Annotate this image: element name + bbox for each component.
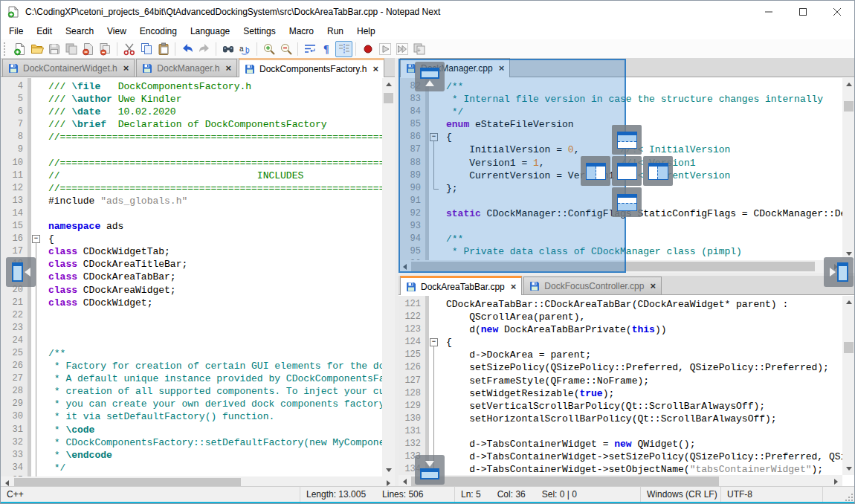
fold-marker[interactable]: −: [28, 233, 42, 245]
resize-grip[interactable]: [848, 497, 850, 498]
code-line[interactable]: 19class CDockAreaTabBar;: [1, 271, 382, 283]
word-wrap-icon[interactable]: [301, 41, 318, 57]
code-line[interactable]: 28 * creation of all supported component…: [1, 385, 382, 398]
code-line[interactable]: 25/**: [1, 347, 382, 360]
drop-indicator-container-bottom[interactable]: [415, 455, 445, 485]
maximize-button[interactable]: [786, 1, 820, 23]
zoom-out-icon[interactable]: [277, 41, 294, 57]
drop-indicator-area-top[interactable]: [612, 125, 642, 155]
close-tab-icon[interactable]: ×: [372, 65, 378, 73]
close-all-icon[interactable]: [97, 41, 114, 57]
tab-dockcontainerwidget-h[interactable]: DockContainerWidget.h ×: [2, 59, 135, 77]
vertical-scrollbar[interactable]: [842, 78, 855, 260]
code-line[interactable]: 129 setVerticalScrollBarPolicy(Qt::Scrol…: [399, 400, 842, 413]
code-line[interactable]: 7/// \brief Declaration of DockComponent…: [1, 118, 382, 131]
toolbar-grip[interactable]: [4, 42, 7, 56]
undo-icon[interactable]: [178, 41, 196, 57]
menu-run[interactable]: Run: [320, 24, 350, 39]
close-icon-toolbar[interactable]: [80, 41, 97, 57]
code-line[interactable]: 17class CDockWidgetTab;: [1, 245, 382, 258]
title-bar[interactable]: C:\CodingXP\cetoni_projects_64bit\QtAdva…: [1, 1, 854, 23]
close-tab-icon[interactable]: ×: [123, 65, 129, 72]
paste-icon[interactable]: [155, 41, 172, 57]
zoom-in-icon[interactable]: [260, 41, 277, 57]
menu-macro[interactable]: Macro: [283, 24, 320, 39]
close-tab-icon[interactable]: ×: [225, 65, 231, 72]
code-line[interactable]: 125 d->DockArea = parent;: [399, 349, 842, 361]
code-line[interactable]: 30 * it via setDefaultFactory() function…: [1, 410, 382, 423]
editor-dockcomponentsfactory[interactable]: 4/// \file DockComponentsFactory.h5/// \…: [1, 78, 382, 479]
code-line[interactable]: 132 d->TabsContainerWidget = new QWidget…: [399, 438, 842, 450]
save-all-icon[interactable]: [62, 41, 80, 57]
drop-indicator-container-left[interactable]: [6, 257, 36, 287]
save-icon[interactable]: [45, 41, 62, 57]
code-line[interactable]: 128 setWidgetResizable(true);: [399, 387, 842, 400]
menu-encoding[interactable]: Encoding: [133, 24, 184, 39]
macro-record-icon[interactable]: [359, 41, 376, 57]
menu-language[interactable]: Language: [184, 24, 236, 39]
find-icon[interactable]: [219, 41, 236, 57]
menu-help[interactable]: Help: [350, 24, 382, 39]
drop-indicator-area-center[interactable]: [612, 156, 642, 186]
code-line[interactable]: 20class CDockAreaWidget;: [1, 284, 382, 297]
drop-indicator-area-right[interactable]: [643, 156, 673, 186]
drop-indicator-area-bottom[interactable]: [612, 187, 642, 217]
menu-edit[interactable]: Edit: [30, 24, 59, 39]
editor-dockareatabbar[interactable]: 121CDockAreaTabBar::CDockAreaTabBar(CDoc…: [399, 296, 842, 477]
code-line[interactable]: 14: [1, 207, 382, 220]
code-line[interactable]: 27 * A default unique instance provided …: [1, 372, 382, 385]
code-line[interactable]: 9: [1, 143, 382, 156]
code-line[interactable]: 34 */: [1, 462, 382, 474]
close-button[interactable]: [820, 1, 854, 23]
tab-dockareatabbar-cpp[interactable]: DockAreaTabBar.cpp ×: [400, 276, 522, 295]
indent-guides-icon[interactable]: [335, 41, 352, 57]
tab-dockcomponentsfactory-h[interactable]: DockComponentsFactory.h ×: [239, 58, 384, 77]
code-line[interactable]: 12//====================================…: [1, 182, 382, 195]
code-line[interactable]: 5/// \author Uwe Kindler: [1, 93, 382, 106]
code-line[interactable]: 122 QScrollArea(parent),: [399, 311, 842, 323]
replace-icon[interactable]: ab: [236, 41, 254, 57]
minimize-button[interactable]: [752, 1, 786, 23]
code-line[interactable]: 6/// \date 10.02.2020: [1, 106, 382, 118]
macro-play-icon[interactable]: [376, 41, 393, 57]
vertical-scrollbar[interactable]: [842, 296, 855, 475]
code-line[interactable]: 26 * Factory for creation of certain GUI…: [1, 360, 382, 372]
code-line[interactable]: 4/// \file DockComponentsFactory.h: [1, 80, 382, 93]
code-line[interactable]: 33 * \endcode: [1, 449, 382, 462]
code-line[interactable]: 18class CDockAreaTitleBar;: [1, 258, 382, 271]
code-line[interactable]: 131: [399, 425, 842, 438]
menu-settings[interactable]: Settings: [236, 24, 282, 39]
code-line[interactable]: 22: [1, 309, 382, 322]
menu-file[interactable]: File: [2, 24, 30, 39]
code-line[interactable]: 24: [1, 335, 382, 347]
code-line[interactable]: 15namespace ads: [1, 220, 382, 233]
drop-indicator-container-right[interactable]: [824, 257, 854, 287]
show-all-characters-icon[interactable]: ¶: [318, 41, 335, 57]
menu-search[interactable]: Search: [59, 24, 100, 39]
code-line[interactable]: 13#include "ads_globals.h": [1, 195, 382, 207]
code-line[interactable]: 124−{: [399, 336, 842, 349]
code-line[interactable]: 21class CDockWidget;: [1, 297, 382, 309]
macro-save-icon[interactable]: [410, 41, 428, 57]
code-line[interactable]: 8//=====================================…: [1, 131, 382, 143]
drop-indicator-container-top[interactable]: [415, 62, 445, 91]
copy-icon[interactable]: [138, 41, 155, 57]
close-tab-icon[interactable]: ×: [650, 282, 656, 290]
code-line[interactable]: 126 setSizePolicy(QSizePolicy::Preferred…: [399, 361, 842, 374]
code-line[interactable]: 23: [1, 322, 382, 335]
macro-run-multiple-icon[interactable]: [393, 41, 410, 57]
code-line[interactable]: 16−{: [1, 233, 382, 245]
close-tab-icon[interactable]: ×: [511, 283, 517, 291]
code-line[interactable]: 134 d->TabsContainerWidget->setObjectNam…: [399, 463, 842, 476]
code-line[interactable]: 10//====================================…: [1, 157, 382, 169]
code-line[interactable]: 123 d(new DockAreaTabBarPrivate(this)): [399, 323, 842, 336]
code-line[interactable]: 121CDockAreaTabBar::CDockAreaTabBar(CDoc…: [399, 298, 842, 311]
code-line[interactable]: 31 * \code: [1, 424, 382, 436]
drop-indicator-area-left[interactable]: [581, 156, 610, 186]
code-line[interactable]: 11// INCLUDES: [1, 169, 382, 182]
open-file-icon[interactable]: [28, 41, 45, 57]
code-line[interactable]: 130 setHorizontalScrollBarPolicy(Qt::Scr…: [399, 413, 842, 425]
new-file-icon[interactable]: [11, 41, 28, 57]
code-line[interactable]: 133 d->TabsContainerWidget->setSizePolic…: [399, 450, 842, 463]
code-line[interactable]: 32 * CDockComponentsFactory::setDefaultF…: [1, 436, 382, 449]
